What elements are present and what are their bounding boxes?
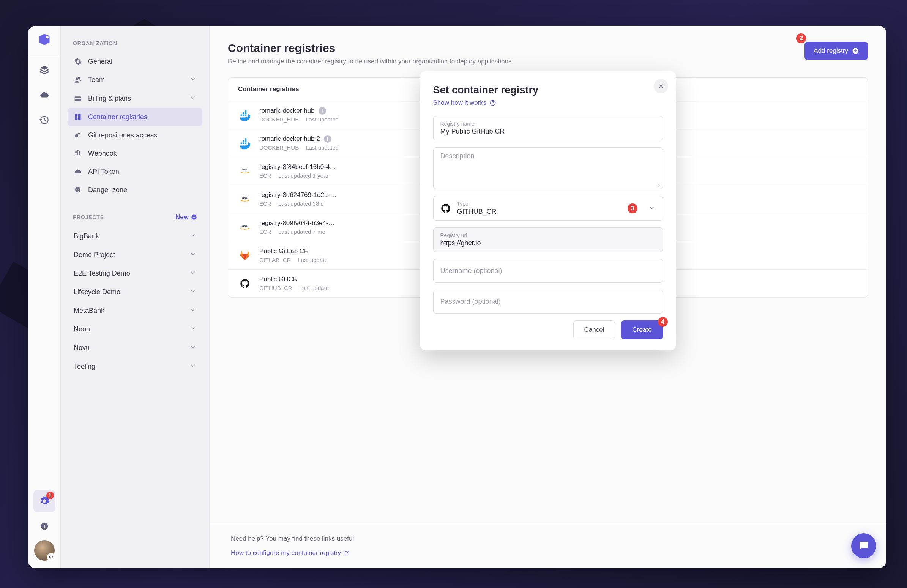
svg-point-15 xyxy=(79,151,80,152)
registry-name-field[interactable]: Registry name xyxy=(433,116,663,141)
description-input[interactable] xyxy=(441,152,655,184)
project-item[interactable]: E2E Testing Demo xyxy=(67,264,202,283)
project-label: MetaBank xyxy=(74,307,183,315)
sidebar-item-webhook[interactable]: Webhook xyxy=(67,144,202,162)
help-circle-icon xyxy=(489,99,496,106)
rail-layers[interactable] xyxy=(34,59,55,81)
project-item[interactable]: MetaBank xyxy=(67,301,202,320)
plus-circle-icon xyxy=(191,214,197,220)
modal-close-button[interactable] xyxy=(654,79,668,93)
plus-circle-icon xyxy=(852,48,859,54)
project-item[interactable]: Novu xyxy=(67,339,202,357)
type-select[interactable]: Type GITHUB_CR 3 xyxy=(433,196,663,221)
registry-url-input xyxy=(441,239,655,247)
project-item[interactable]: Demo Project xyxy=(67,245,202,264)
registry-url-label: Registry url xyxy=(441,232,655,239)
app-frame: 1 i ⚙ ORGANIZATION GeneralTeamBilling & … xyxy=(28,26,886,568)
registry-icon xyxy=(74,113,82,121)
key-icon xyxy=(74,131,82,139)
project-label: Demo Project xyxy=(74,251,183,259)
annotation-badge-4: 4 xyxy=(658,317,668,327)
svg-point-14 xyxy=(77,150,79,151)
project-label: Tooling xyxy=(74,362,183,370)
svg-point-3 xyxy=(75,77,78,80)
svg-rect-6 xyxy=(75,114,78,117)
sidebar-item-billing-plans[interactable]: Billing & plans xyxy=(67,89,202,108)
aws-icon: aws xyxy=(238,221,252,234)
username-field[interactable] xyxy=(433,259,663,283)
gear-icon xyxy=(74,57,82,66)
page-title: Container registries xyxy=(228,42,512,54)
sidebar-item-api-token[interactable]: API Token xyxy=(67,162,202,181)
create-button[interactable]: Create 4 xyxy=(621,320,662,340)
chevron-down-icon xyxy=(189,306,196,315)
rail-history[interactable] xyxy=(34,109,55,131)
sidebar-item-team[interactable]: Team xyxy=(67,70,202,89)
registry-name-input[interactable] xyxy=(441,128,655,136)
rail-cloud[interactable] xyxy=(34,84,55,106)
page-subtitle: Define and manage the container registry… xyxy=(228,58,512,65)
sidebar-item-label: API Token xyxy=(88,168,196,176)
password-field[interactable] xyxy=(433,290,663,314)
rail-settings-badge: 1 xyxy=(46,492,54,499)
description-field[interactable] xyxy=(433,147,663,189)
rail-settings[interactable]: 1 xyxy=(34,490,55,512)
project-label: Lifecycle Demo xyxy=(74,288,183,296)
footer-help-link[interactable]: How to configure my container registry xyxy=(231,549,350,557)
modal-how-link[interactable]: Show how it works xyxy=(433,99,497,107)
sidebar-item-container-registries[interactable]: Container registries xyxy=(67,108,202,126)
sidebar-projects-label: PROJECTS xyxy=(73,214,104,220)
cancel-button[interactable]: Cancel xyxy=(573,320,615,340)
chevron-down-icon xyxy=(189,288,196,296)
project-label: E2E Testing Demo xyxy=(74,269,183,277)
svg-text:aws: aws xyxy=(242,224,248,227)
chat-icon xyxy=(857,540,870,552)
webhook-icon xyxy=(74,149,82,157)
project-label: Novu xyxy=(74,344,183,352)
footer-help-text: Need help? You may find these links usef… xyxy=(231,535,865,542)
chevron-down-icon xyxy=(648,204,655,213)
sidebar-item-danger-zone[interactable]: Danger zone xyxy=(67,181,202,199)
sidebar-item-label: General xyxy=(88,58,196,66)
sidebar-item-general[interactable]: General xyxy=(67,52,202,70)
project-item[interactable]: Lifecycle Demo xyxy=(67,283,202,301)
chat-launcher[interactable] xyxy=(851,534,876,558)
resize-handle-icon[interactable] xyxy=(655,182,660,186)
svg-point-0 xyxy=(46,36,49,39)
github-icon xyxy=(238,277,252,290)
sidebar-item-label: Danger zone xyxy=(88,186,196,194)
rail-info[interactable]: i xyxy=(34,515,55,537)
add-registry-label: Add registry xyxy=(814,47,848,54)
project-item[interactable]: Neon xyxy=(67,320,202,339)
username-input[interactable] xyxy=(441,267,655,275)
project-label: BigBank xyxy=(74,232,183,240)
close-icon xyxy=(658,83,664,89)
svg-rect-9 xyxy=(78,117,81,120)
team-icon xyxy=(74,76,82,84)
external-link-icon xyxy=(344,550,350,556)
password-input[interactable] xyxy=(441,298,655,306)
skull-icon xyxy=(74,186,82,194)
svg-text:i: i xyxy=(44,524,45,529)
sidebar-item-label: Container registries xyxy=(88,113,196,121)
sidebar-new-project[interactable]: New xyxy=(175,213,197,221)
user-avatar[interactable]: ⚙ xyxy=(34,540,54,561)
modal-title: Set container registry xyxy=(433,84,663,96)
chevron-down-icon xyxy=(189,94,196,103)
sidebar-item-label: Git repositories access xyxy=(88,131,196,139)
modal-how-label: Show how it works xyxy=(433,99,487,107)
project-item[interactable]: BigBank xyxy=(67,227,202,245)
aws-icon: aws xyxy=(238,164,252,178)
aws-icon: aws xyxy=(238,192,252,206)
nav-rail: 1 i ⚙ xyxy=(28,26,61,568)
chevron-down-icon xyxy=(189,269,196,278)
add-registry-button[interactable]: 2 Add registry xyxy=(804,42,868,60)
project-label: Neon xyxy=(74,325,183,333)
sidebar-new-label: New xyxy=(175,213,189,221)
sidebar-item-label: Team xyxy=(88,76,183,84)
registry-name-label: Registry name xyxy=(441,121,655,127)
project-item[interactable]: Tooling xyxy=(67,357,202,376)
sidebar-item-label: Billing & plans xyxy=(88,95,183,103)
sidebar-item-git-repositories-access[interactable]: Git repositories access xyxy=(67,126,202,144)
app-logo[interactable] xyxy=(36,31,53,48)
